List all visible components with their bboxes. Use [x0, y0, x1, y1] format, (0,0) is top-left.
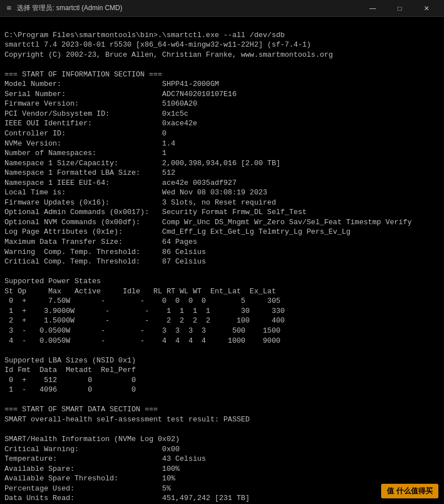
maximize-button[interactable]: □	[387, 0, 413, 17]
minimize-button[interactable]: —	[360, 0, 386, 17]
close-button[interactable]: ✕	[414, 0, 440, 17]
watermark: 值 什么值得买	[381, 484, 438, 498]
title-bar-controls: — □ ✕	[360, 0, 440, 17]
title-bar-left: ⊞ 选择 管理员: smartctl (Admin CMD)	[4, 3, 122, 13]
terminal-output: C:\Program Files\smartmontools\bin>.\sma…	[0, 17, 444, 504]
cmd-icon: ⊞	[4, 4, 13, 13]
title-bar: ⊞ 选择 管理员: smartctl (Admin CMD) — □ ✕	[0, 0, 444, 17]
window-title: 选择 管理员: smartctl (Admin CMD)	[17, 3, 122, 13]
